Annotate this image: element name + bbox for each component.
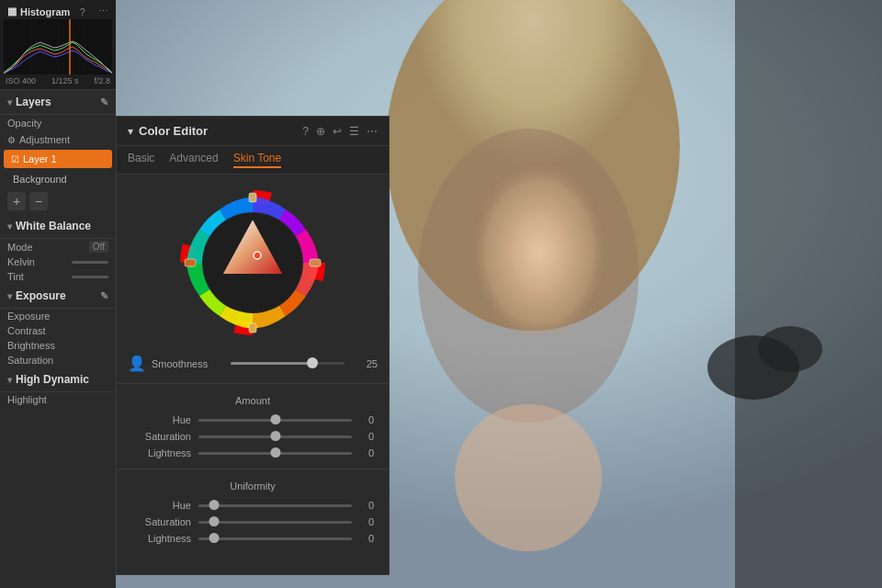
unif-light-thumb[interactable] (209, 533, 219, 543)
amount-light-slider[interactable] (198, 452, 352, 455)
add-layer-button[interactable]: + (7, 192, 26, 210)
amount-hue-row: Hue 0 (131, 412, 374, 428)
wb-mode-row: Mode Off (0, 239, 116, 254)
histogram-help[interactable]: ? (80, 6, 85, 17)
skin-tone-icon[interactable]: 👤 (128, 355, 146, 372)
amount-sat-value: 0 (359, 431, 374, 442)
wb-mode-label: Mode (7, 242, 33, 253)
color-picker-dot[interactable] (254, 252, 261, 259)
brightness-label: Brightness (7, 340, 55, 351)
unif-sat-thumb[interactable] (209, 516, 219, 526)
ce-chevron[interactable]: ▾ (128, 125, 133, 138)
left-panel: ▦ Histogram ? ⋯ (0, 0, 116, 588)
unif-light-row: Lightness 0 (131, 530, 374, 547)
background-item[interactable]: Background (0, 170, 116, 188)
amount-sat-label: Saturation (131, 431, 191, 442)
amount-section: Amount Hue 0 Saturation 0 Lightness 0 (117, 388, 389, 465)
high-dynamic-header[interactable]: ▾ High Dynamic (0, 368, 116, 392)
layers-header[interactable]: ▾ Layers ✎ (0, 90, 116, 115)
uniformity-section: Uniformity Hue 0 Saturation 0 Lightness … (117, 473, 389, 550)
tab-advanced[interactable]: Advanced (169, 152, 218, 168)
wb-tint-slider[interactable] (72, 276, 108, 278)
white-balance-header[interactable]: ▾ White Balance (0, 214, 116, 239)
ce-more-icon[interactable]: ⋯ (367, 125, 378, 138)
unif-light-label: Lightness (131, 533, 191, 544)
aperture-value: f/2.8 (94, 76, 110, 85)
histogram-header: ▦ Histogram ? ⋯ (4, 4, 112, 19)
adjustment-button[interactable]: ⚙ Adjustment (0, 131, 116, 148)
amount-light-row: Lightness 0 (131, 445, 374, 461)
color-wheel-container[interactable] (117, 175, 389, 351)
histogram-canvas (4, 19, 112, 74)
amount-sat-slider[interactable] (198, 435, 352, 438)
tab-skin-tone[interactable]: Skin Tone (233, 152, 281, 168)
smoothness-value: 25 (359, 358, 378, 369)
ring-handle-left[interactable] (185, 259, 196, 266)
histogram-menu[interactable]: ⋯ (98, 6, 108, 17)
uniformity-title: Uniformity (131, 481, 374, 492)
saturation-exp-row: Saturation (0, 353, 116, 368)
brightness-row: Brightness (0, 338, 116, 353)
smoothness-label: Smoothness (152, 358, 216, 369)
ring-handle-top[interactable] (249, 193, 256, 202)
contrast-row: Contrast (0, 323, 116, 338)
exposure-row: Exposure (0, 309, 116, 323)
exposure-header[interactable]: ▾ Exposure ✎ (0, 284, 116, 309)
unif-light-value: 0 (359, 533, 374, 544)
svg-point-3 (455, 404, 602, 551)
exposure-label: Exposure (7, 311, 50, 322)
contrast-label: Contrast (7, 325, 46, 336)
amount-sat-thumb[interactable] (270, 431, 280, 441)
saturation-label: Saturation (7, 355, 53, 366)
ce-eyedropper-icon[interactable]: ⊕ (316, 125, 325, 138)
amount-hue-slider[interactable] (198, 419, 352, 422)
color-editor-icons: ? ⊕ ↩ ☰ ⋯ (302, 125, 378, 138)
iso-value: ISO 400 (6, 76, 36, 85)
wb-mode-value[interactable]: Off (89, 241, 108, 253)
svg-point-2 (418, 129, 639, 423)
divider-1 (117, 383, 389, 384)
amount-hue-value: 0 (359, 414, 374, 425)
amount-light-value: 0 (359, 447, 374, 458)
unif-hue-slider[interactable] (198, 504, 352, 507)
ce-undo-icon[interactable]: ↩ (333, 125, 342, 138)
highlight-row: Highlight (0, 392, 116, 407)
tab-basic[interactable]: Basic (128, 152, 154, 168)
layer1-item[interactable]: ☑ Layer 1 (4, 150, 112, 168)
exposure-edit-icon[interactable]: ✎ (100, 290, 108, 302)
color-wheel-svg[interactable] (179, 189, 326, 336)
amount-hue-thumb[interactable] (270, 414, 280, 424)
exposure-chevron: ▾ (7, 291, 12, 301)
ring-handle-bottom[interactable] (249, 323, 256, 333)
ce-list-icon[interactable]: ☰ (349, 125, 359, 138)
layers-edit-icon[interactable]: ✎ (100, 96, 108, 108)
adjustment-label: Adjustment (19, 134, 70, 145)
unif-hue-label: Hue (131, 500, 191, 511)
amount-light-label: Lightness (131, 447, 191, 458)
ce-help-icon[interactable]: ? (302, 125, 309, 138)
color-editor-header: ▾ Color Editor ? ⊕ ↩ ☰ ⋯ (117, 117, 389, 146)
remove-layer-button[interactable]: − (29, 192, 48, 210)
layers-title: Layers (16, 96, 51, 108)
unif-light-slider[interactable] (198, 537, 352, 540)
color-wheel-wrapper[interactable] (179, 189, 326, 336)
histogram-title: ▦ Histogram (7, 6, 70, 17)
opacity-row: Opacity (0, 115, 116, 131)
ring-handle-right[interactable] (310, 259, 321, 266)
wb-kelvin-slider[interactable] (72, 261, 108, 264)
svg-point-6 (758, 326, 822, 372)
unif-hue-thumb[interactable] (209, 500, 219, 510)
smoothness-thumb[interactable] (307, 357, 318, 368)
adjustment-icon: ⚙ (7, 135, 16, 145)
opacity-label: Opacity (7, 118, 41, 129)
layers-chevron: ▾ (7, 97, 12, 107)
color-editor-panel: ▾ Color Editor ? ⊕ ↩ ☰ ⋯ Basic Advanced … (116, 116, 390, 575)
smoothness-slider[interactable] (231, 362, 345, 365)
unif-sat-slider[interactable] (198, 521, 352, 524)
wb-tint-row: Tint (0, 269, 116, 284)
amount-light-thumb[interactable] (270, 447, 280, 458)
unif-hue-row: Hue 0 (131, 497, 374, 514)
white-balance-title: White Balance (16, 220, 91, 232)
unif-sat-row: Saturation 0 (131, 514, 374, 530)
histogram-label: Histogram (20, 6, 70, 17)
